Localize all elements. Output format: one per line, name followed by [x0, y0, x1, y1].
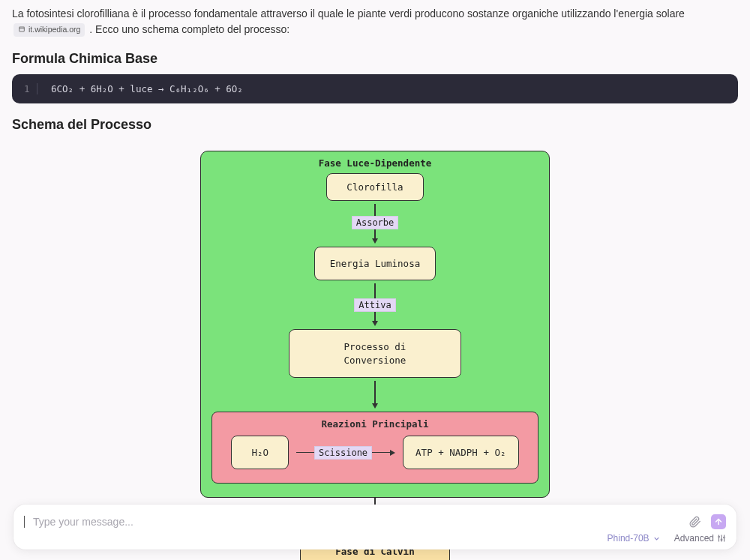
- svg-point-5: [721, 539, 722, 541]
- phase1-title: Fase Luce-Dipendente: [212, 157, 538, 169]
- edge-absorbs: Assorbe: [352, 216, 399, 229]
- citation-label: it.wikipedia.org: [28, 24, 80, 36]
- link-icon: [18, 25, 26, 36]
- edge-scission: Scissione: [314, 446, 372, 460]
- code-lineno: 1: [24, 83, 38, 94]
- model-label: Phind-70B: [608, 533, 650, 544]
- arrow-3: [212, 381, 538, 409]
- heading-schema: Schema del Processo: [12, 117, 738, 133]
- reactions-group: Reazioni Principali H₂O Scissione ATP + …: [212, 412, 538, 484]
- send-button[interactable]: [711, 514, 726, 529]
- advanced-button[interactable]: Advanced: [674, 533, 726, 544]
- process-diagram: Fase Luce-Dipendente Clorofilla Assorbe …: [200, 151, 550, 560]
- text-cursor: [24, 516, 25, 528]
- intro-paragraph: La fotosintesi clorofilliana è il proces…: [12, 6, 738, 37]
- sliders-icon: [717, 534, 726, 543]
- code-block: 1 6CO₂ + 6H₂O + luce → C₆H₁₂O₆ + 6O₂: [12, 74, 738, 103]
- model-selector[interactable]: Phind-70B: [608, 533, 661, 544]
- node-atp-nadph-o2: ATP + NADPH + O₂: [403, 436, 518, 469]
- advanced-label: Advanced: [674, 533, 714, 544]
- svg-point-4: [718, 536, 720, 538]
- paperclip-icon: [689, 516, 701, 528]
- citation-pill[interactable]: it.wikipedia.org: [14, 23, 85, 37]
- code-content: 6CO₂ + 6H₂O + luce → C₆H₁₂O₆ + 6O₂: [51, 83, 243, 94]
- arrow-1: Assorbe: [212, 204, 538, 244]
- chevron-down-icon: [652, 535, 661, 543]
- intro-text-before: La fotosintesi clorofilliana è il proces…: [12, 7, 685, 19]
- node-light-energy: Energia Luminosa: [314, 247, 436, 280]
- heading-formula: Formula Chimica Base: [12, 51, 738, 67]
- phase-light-dependent: Fase Luce-Dipendente Clorofilla Assorbe …: [200, 151, 550, 498]
- edge-activates: Attiva: [354, 298, 395, 312]
- svg-point-6: [724, 537, 725, 538]
- arrow-up-icon: [714, 517, 723, 526]
- node-chlorophyll: Clorofilla: [326, 173, 423, 201]
- reactions-title: Reazioni Principali: [230, 418, 520, 430]
- attach-button[interactable]: [687, 514, 704, 530]
- node-conversion: Processo di Conversione: [289, 329, 461, 378]
- node-h2o: H₂O: [231, 436, 289, 469]
- message-input-bar: Phind-70B Advanced: [14, 505, 736, 550]
- arrow-scission: Scissione: [296, 446, 395, 460]
- message-input[interactable]: [33, 516, 680, 528]
- intro-text-after: . Ecco uno schema completo del processo:: [89, 23, 290, 35]
- svg-rect-0: [20, 27, 25, 31]
- arrow-2: Attiva: [212, 283, 538, 326]
